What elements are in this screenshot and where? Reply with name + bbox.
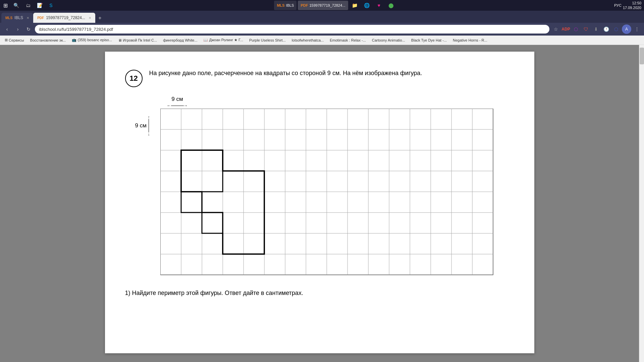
heart-icon[interactable]: ♥ <box>374 0 384 11</box>
taskbar-date: 17.09.2020 <box>623 5 641 10</box>
tab-ibls-close[interactable]: ✕ <box>26 16 29 20</box>
taskbar-apps: MLS IBLS PDF 1599787719_72824... 📁 🌐 ♥ ⬤ <box>56 0 614 11</box>
skype-icon[interactable]: S <box>46 0 56 11</box>
tab-pdf-close[interactable]: ✕ <box>89 16 91 20</box>
edge-icon[interactable]: 🌐 <box>362 0 372 11</box>
bookmark-7[interactable]: lotsofwherethatca... <box>290 38 326 43</box>
chrome-icon[interactable]: ⬤ <box>386 0 396 11</box>
bookmarks-bar: ⊞ Сервисы Восстановление эк... 📺 (359) b… <box>0 36 644 45</box>
file-explorer-icon[interactable]: 🗂 <box>23 0 34 11</box>
grid-svg <box>160 109 497 276</box>
download-icon[interactable]: ⬇ <box>592 25 600 34</box>
bookmark-4[interactable]: фингерборд White... <box>161 38 199 43</box>
apps-grid-icon: ⊞ <box>5 38 8 42</box>
browser-window: MLS IBLS ✕ PDF 1599787719_72824... ✕ + ‹… <box>0 11 644 362</box>
bookmark-2[interactable]: 📺 (359) bosanc episo... <box>70 37 114 43</box>
ext2-icon[interactable]: ⬡ <box>612 25 621 34</box>
scrollbar-thumb[interactable] <box>640 48 644 64</box>
answer-prefix: 1) Найдите периметр этой фигуры. Ответ д… <box>125 290 303 296</box>
problem-header: 12 На рисунке дано поле, расчерченное на… <box>125 68 514 87</box>
problem-container: 12 На рисунке дано поле, расчерченное на… <box>125 68 514 297</box>
taskbar-pinned-apps: 🗂 📝 S <box>23 0 56 11</box>
search-button[interactable]: 🔍 <box>11 0 21 11</box>
bookmark-10[interactable]: Black Tye Dye Hat -... <box>409 38 449 43</box>
reload-button[interactable]: ↻ <box>24 25 33 34</box>
diagram-area: 9 см ← → 9 см ↑ <box>135 96 514 278</box>
tab-bar: MLS IBLS ✕ PDF 1599787719_72824... ✕ + <box>0 11 644 23</box>
shield-icon[interactable]: 🛡 <box>582 25 590 34</box>
problem-text: На рисунке дано поле, расчерченное на кв… <box>149 68 514 78</box>
extensions-icon[interactable]: ⬡ <box>572 25 580 34</box>
forward-button[interactable]: › <box>13 25 22 34</box>
measurement-top: 9 см ← → <box>167 96 188 108</box>
measurement-v-label: 9 см <box>135 122 147 129</box>
abp-icon[interactable]: ADP <box>561 25 570 34</box>
address-input[interactable] <box>35 25 549 34</box>
taskbar-pdf-label: 1599787719_72824... <box>309 3 345 7</box>
tab-pdf-label: 1599787719_72824... <box>46 15 85 20</box>
start-button[interactable]: ⊞ <box>0 0 11 11</box>
tab-ibls[interactable]: MLS IBLS ✕ <box>1 13 33 23</box>
history-icon[interactable]: 🕐 <box>602 25 610 34</box>
taskbar-ibls-label: IBLS <box>286 3 294 7</box>
folder-icon[interactable]: 📁 <box>350 0 360 11</box>
tab-pdf[interactable]: PDF 1599787719_72824... ✕ <box>33 13 95 23</box>
arrow-vertical: ↑ ↓ <box>148 115 150 136</box>
bookmark-services[interactable]: ⊞ Сервисы <box>3 37 26 43</box>
bookmark-3[interactable]: 🖥 Игровой Пк Intel С... <box>116 38 159 43</box>
pdf-page: 12 На рисунке дано поле, расчерченное на… <box>105 52 534 353</box>
browser-toolbar-icons: ☆ ADP ⬡ 🛡 ⬇ 🕐 ⬡ A ⋮ <box>551 24 641 34</box>
taskbar-lang: РУС <box>614 3 622 7</box>
bookmark-1[interactable]: Восстановление эк... <box>28 38 68 43</box>
tab-ibls-label: IBLS <box>14 15 23 20</box>
taskbar-right: РУС 12:50 17.09.2020 <box>614 1 644 10</box>
taskbar-time: 12:50 <box>623 1 641 5</box>
new-tab-button[interactable]: + <box>95 13 105 23</box>
profile-icon[interactable]: A <box>622 24 631 34</box>
notepad-icon[interactable]: 📝 <box>34 0 45 11</box>
measurement-left: 9 см ↑ ↓ <box>135 115 150 136</box>
bookmark-5[interactable]: 📖 Джоан Ролинг ★ Г... <box>201 37 245 43</box>
bookmark-star-icon[interactable]: ☆ <box>551 25 560 34</box>
answer-section: 1) Найдите периметр этой фигуры. Ответ д… <box>125 290 514 297</box>
bookmark-8[interactable]: Emotimask : Relax -... <box>328 38 368 43</box>
taskbar-ibls[interactable]: MLS IBLS <box>274 1 297 10</box>
address-bar: ‹ › ↻ ☆ ADP ⬡ 🛡 ⬇ 🕐 ⬡ A ⋮ <box>0 23 644 36</box>
problem-number: 12 <box>125 70 143 87</box>
bookmark-9[interactable]: Cartoony Animatio... <box>370 38 407 43</box>
scrollbar[interactable] <box>639 45 644 362</box>
menu-icon[interactable]: ⋮ <box>633 25 641 34</box>
bookmark-negative-horns[interactable]: Negative Horns - R... <box>451 38 489 43</box>
taskbar-pdf[interactable]: PDF 1599787719_72824... <box>298 1 348 10</box>
back-button[interactable]: ‹ <box>3 25 11 34</box>
taskbar: ⊞ 🔍 🗂 📝 S MLS IBLS PDF 1599787719_72824.… <box>0 0 644 11</box>
measurement-h-label: 9 см <box>171 96 183 103</box>
bookmark-6[interactable]: Purple Useless Shirt... <box>247 38 288 43</box>
taskbar-clock: 12:50 17.09.2020 <box>623 1 641 10</box>
arrow-horizontal: ← → <box>167 103 188 108</box>
grid-container <box>160 109 514 278</box>
